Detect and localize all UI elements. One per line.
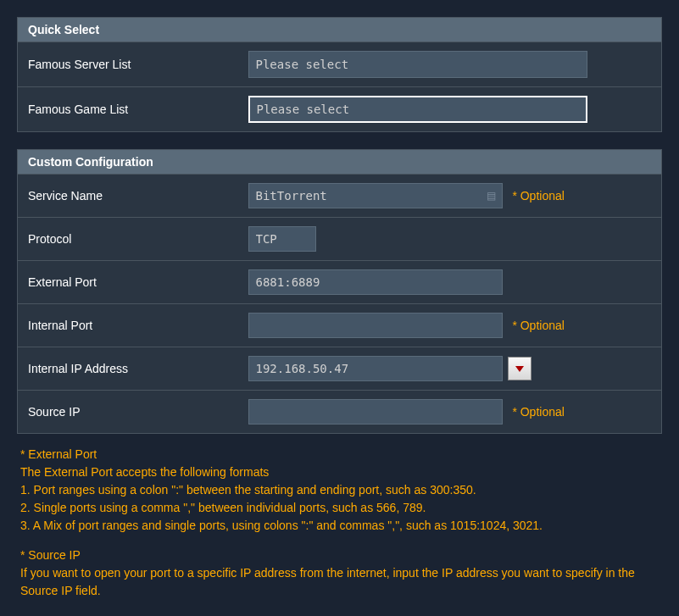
service-name-icon: ▤: [487, 190, 496, 202]
internal-ip-dropdown-button[interactable]: [508, 357, 532, 380]
help-ext-line1: 1. Port ranges using a colon ":" between…: [20, 481, 659, 499]
protocol-label: Protocol: [18, 218, 238, 261]
help-ext-line3: 3. A Mix of port ranges and single ports…: [20, 517, 659, 535]
help-src-heading: * Source IP: [20, 547, 659, 564]
source-ip-label: Source IP: [18, 391, 238, 434]
help-ext-line2: 2. Single ports using a comma "," betwee…: [20, 499, 659, 517]
help-src-body: If you want to open your port to a speci…: [20, 566, 635, 597]
quick-select-header: Quick Select: [17, 17, 662, 42]
chevron-down-icon: [515, 364, 525, 373]
internal-ip-label: Internal IP Address: [18, 347, 238, 391]
famous-game-label: Famous Game List: [18, 87, 238, 132]
internal-port-input[interactable]: [248, 313, 503, 338]
internal-port-optional: * Optional: [512, 319, 564, 332]
custom-config-header: Custom Configuration: [17, 149, 662, 175]
internal-ip-input[interactable]: [248, 356, 503, 381]
source-ip-optional: * Optional: [512, 405, 564, 419]
famous-game-select[interactable]: Please select: [248, 96, 587, 123]
protocol-select[interactable]: TCP: [248, 226, 316, 252]
internal-port-label: Internal Port: [18, 304, 238, 347]
help-ext-line0: The External Port accepts the following …: [20, 463, 659, 481]
quick-select-table: Famous Server List Please select Famous …: [17, 42, 662, 132]
famous-server-select[interactable]: Please select: [248, 51, 587, 78]
external-port-label: External Port: [18, 261, 238, 304]
custom-config-table: Service Name ▤ * Optional Protocol TCP E…: [17, 175, 662, 434]
svg-marker-0: [515, 366, 524, 372]
help-source-ip: * Source IP If you want to open your por…: [17, 547, 662, 600]
famous-server-label: Famous Server List: [18, 42, 238, 87]
help-external-port: * External Port The External Port accept…: [17, 446, 662, 535]
external-port-input[interactable]: [248, 269, 503, 295]
source-ip-input[interactable]: [248, 399, 503, 425]
service-name-optional: * Optional: [512, 189, 564, 203]
help-ext-heading: * External Port: [20, 446, 659, 463]
service-name-label: Service Name: [18, 175, 238, 218]
service-name-input[interactable]: [248, 183, 503, 208]
